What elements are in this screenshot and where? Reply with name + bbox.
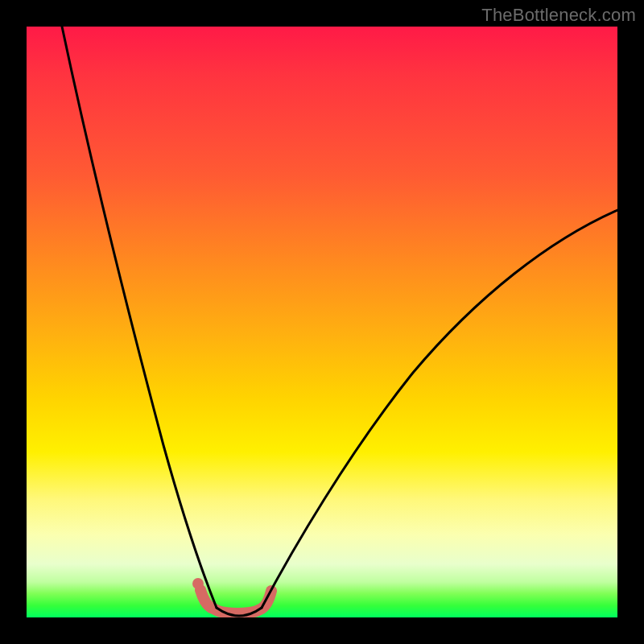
plot-area: [27, 27, 617, 617]
left-branch-curve: [62, 27, 217, 608]
outer-frame: TheBottleneck.com: [0, 0, 644, 644]
right-branch-curve: [262, 210, 617, 608]
watermark-text: TheBottleneck.com: [481, 5, 636, 26]
valley-dot: [192, 578, 204, 589]
curve-overlay: [27, 27, 617, 617]
